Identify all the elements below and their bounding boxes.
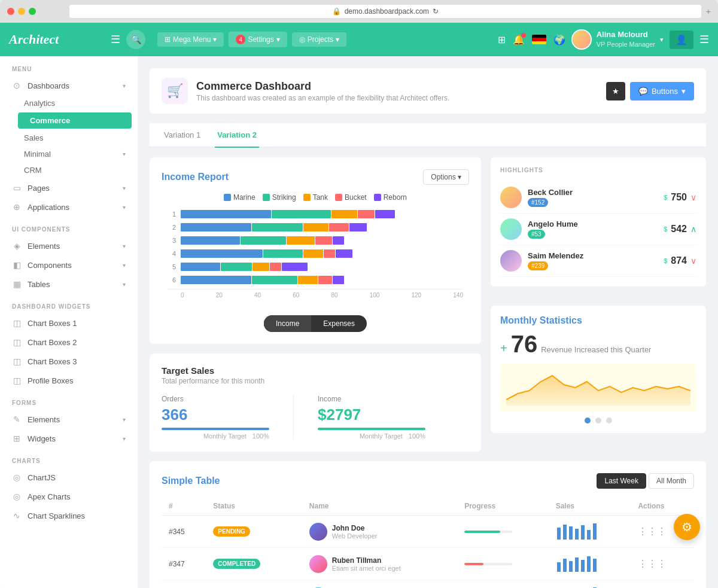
- table-row: #345 PENDING John Doe Web Developer ⋮⋮⋮: [162, 516, 694, 548]
- buttons-button[interactable]: 💬 Buttons ▾: [630, 82, 694, 100]
- filter-last-week[interactable]: Last Week: [597, 473, 646, 489]
- applications-chevron: ▾: [123, 204, 126, 211]
- gear-float-button[interactable]: ⚙: [674, 514, 700, 540]
- sidebar-item-apex-charts[interactable]: ◎ Apex Charts: [0, 487, 138, 506]
- cell-name: John Doe Web Developer: [302, 516, 457, 548]
- minimal-chevron: ▾: [123, 151, 126, 157]
- sidebar-item-elements[interactable]: ◈ Elements ▾: [0, 236, 138, 255]
- expenses-toggle[interactable]: Expenses: [311, 315, 367, 332]
- sidebar-item-commerce[interactable]: Commerce: [18, 112, 132, 129]
- income-report-title: Income Report: [162, 172, 229, 182]
- hamburger-icon[interactable]: ☰: [111, 33, 120, 46]
- hl-avatar-3: [500, 250, 522, 272]
- income-toggle[interactable]: Income: [264, 315, 311, 332]
- income-progress-bar: [318, 428, 425, 430]
- hl-trend-1: ∨: [690, 193, 696, 202]
- chart-boxes-2-icon: ◫: [12, 337, 22, 347]
- search-icon[interactable]: 🔍: [126, 30, 145, 49]
- filter-all-month[interactable]: All Month: [649, 473, 694, 489]
- dot-1[interactable]: [585, 418, 591, 424]
- tables-chevron: ▾: [123, 281, 126, 288]
- sidebar-item-chart-boxes-3[interactable]: ◫ Chart Boxes 3: [0, 352, 138, 371]
- cell-actions[interactable]: ⋮⋮⋮: [631, 580, 694, 589]
- table-title: Simple Table: [162, 476, 220, 486]
- mega-menu-button[interactable]: ⊞ Mega Menu ▾: [157, 32, 224, 47]
- legend-striking: Striking: [263, 193, 296, 202]
- dashboards-group: Analytics Commerce Sales Minimal ▾ CRM: [0, 95, 138, 178]
- sidebar-item-dashboards[interactable]: ⊙ Dashboards ▾: [0, 76, 138, 95]
- language-flag[interactable]: [532, 35, 546, 44]
- sidebar-item-applications[interactable]: ⊕ Applications ▾: [0, 197, 138, 217]
- projects-button[interactable]: ◎ Projects ▾: [292, 32, 346, 47]
- cell-status: IN PROGRESS: [206, 580, 302, 589]
- pages-chevron: ▾: [123, 185, 126, 191]
- sidebar-item-chart-boxes-2[interactable]: ◫ Chart Boxes 2: [0, 333, 138, 352]
- cell-actions[interactable]: ⋮⋮⋮: [631, 548, 694, 580]
- sidebar-item-pages[interactable]: ▭ Pages ▾: [0, 178, 138, 197]
- close-button[interactable]: [7, 8, 14, 15]
- page-description: This dashboard was created as an example…: [196, 94, 449, 102]
- sidebar-item-components[interactable]: ◧ Components ▾: [0, 255, 138, 275]
- sidebar-item-profile-boxes[interactable]: ◫ Profile Boxes: [0, 371, 138, 390]
- sidebar-item-analytics[interactable]: Analytics: [12, 95, 138, 111]
- hl-avatar-1: [500, 187, 522, 208]
- tables-icon: ▦: [12, 279, 22, 289]
- browser-chrome: 🔒 demo.dashboardpack.com ↻ +: [0, 0, 718, 23]
- income-report-card: Income Report Options ▾ Marine Striking: [150, 157, 481, 344]
- income-label: Income: [318, 395, 425, 403]
- tab-variation-1[interactable]: Variation 1: [162, 123, 203, 148]
- main-cols: Income Report Options ▾ Marine Striking: [150, 157, 706, 452]
- user-info[interactable]: Alina Mclourd VP People Manager ▾: [571, 29, 664, 50]
- sidebar-item-sales[interactable]: Sales: [12, 130, 138, 146]
- nav-icons: ⊞ 🔔 🌍: [498, 34, 565, 45]
- options-button[interactable]: Options ▾: [423, 169, 469, 185]
- cell-progress: [457, 580, 548, 589]
- settings-button[interactable]: 4 Settings ▾: [229, 32, 287, 47]
- bar-row-5: 5: [168, 263, 463, 271]
- pages-icon: ▭: [12, 183, 22, 193]
- add-tab-icon[interactable]: +: [706, 7, 711, 16]
- legend-bucket: Bucket: [335, 193, 367, 202]
- sidebar-item-chartjs[interactable]: ◎ ChartJS: [0, 468, 138, 487]
- svg-rect-12: [587, 556, 591, 572]
- highlight-row-1: Beck Collier #152 $ 750 ∨: [500, 182, 696, 214]
- sidebar-item-form-elements[interactable]: ✎ Elements ▾: [0, 410, 138, 429]
- maximize-button[interactable]: [29, 8, 36, 15]
- sidebar-item-minimal[interactable]: Minimal ▾: [12, 146, 138, 162]
- hl-badge-3: #239: [528, 261, 548, 270]
- orders-pct: 100%: [252, 432, 269, 440]
- sidebar-item-crm[interactable]: CRM: [12, 162, 138, 178]
- dot-3[interactable]: [606, 418, 612, 424]
- hamburger-right-icon[interactable]: ☰: [699, 33, 709, 46]
- actions-menu-icon[interactable]: ⋮⋮⋮: [638, 526, 667, 537]
- col-name: Name: [302, 497, 457, 516]
- tab-variation-2[interactable]: Variation 2: [215, 123, 259, 148]
- orders-label: Orders: [162, 395, 269, 403]
- monthly-number: 76: [511, 331, 538, 358]
- bar-row-3: 3: [168, 236, 463, 245]
- grid-nav-icon[interactable]: ⊞: [498, 34, 506, 45]
- action-icon-button[interactable]: 👤: [670, 31, 693, 49]
- star-button[interactable]: ★: [606, 82, 625, 100]
- globe-icon[interactable]: 🌍: [553, 34, 565, 45]
- sidebar-item-chart-sparklines[interactable]: ∿ Chart Sparklines: [0, 506, 138, 525]
- address-bar[interactable]: 🔒 demo.dashboardpack.com ↻: [69, 5, 701, 18]
- monthly-stats-card: Monthly Statistics + 76 Revenue Increase…: [491, 306, 706, 433]
- svg-rect-7: [557, 562, 561, 572]
- svg-rect-11: [581, 560, 585, 572]
- legend-tank: Tank: [303, 193, 328, 202]
- monthly-description: Revenue Increased this Quarter: [541, 345, 651, 354]
- dot-2[interactable]: [595, 418, 601, 424]
- target-stats: Orders 366 Monthly Target 100%: [162, 395, 469, 440]
- actions-menu-icon[interactable]: ⋮⋮⋮: [638, 559, 667, 569]
- sidebar-item-form-widgets[interactable]: ⊞ Widgets ▾: [0, 429, 138, 448]
- svg-rect-10: [575, 557, 579, 572]
- cell-id: #347: [162, 548, 206, 580]
- chartjs-icon: ◎: [12, 473, 22, 482]
- notification-icon[interactable]: 🔔: [513, 34, 525, 45]
- minimize-button[interactable]: [18, 8, 25, 15]
- sidebar-item-tables[interactable]: ▦ Tables ▾: [0, 275, 138, 294]
- sidebar-item-chart-boxes-1[interactable]: ◫ Chart Boxes 1: [0, 313, 138, 333]
- chart-boxes-1-icon: ◫: [12, 318, 22, 328]
- cell-status: PENDING: [206, 516, 302, 548]
